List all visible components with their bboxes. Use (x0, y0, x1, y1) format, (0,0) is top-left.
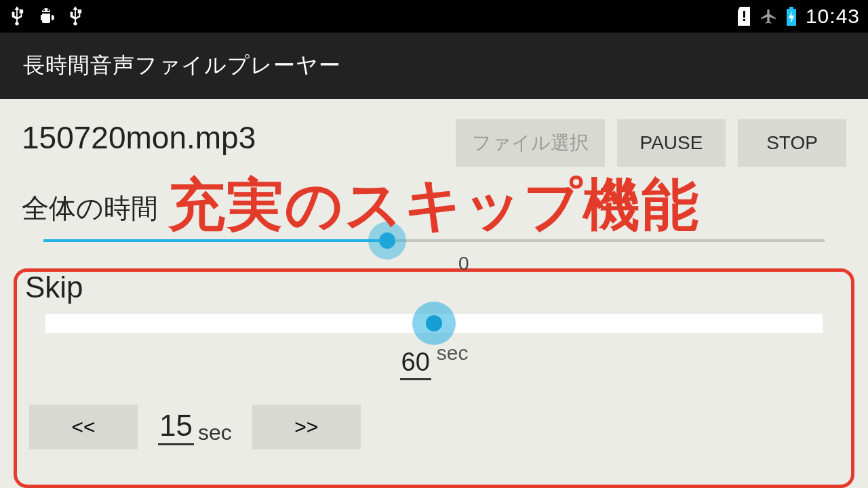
skip-step-unit: sec (437, 342, 469, 365)
svg-rect-2 (743, 11, 745, 18)
stop-button[interactable]: STOP (738, 119, 846, 167)
skip-forward-button[interactable]: >> (252, 405, 361, 449)
skip-section-highlight: Skip 0 60 sec << 15 sec >> (14, 268, 854, 488)
quick-skip-input[interactable]: 15 (158, 409, 194, 445)
skip-slider[interactable] (45, 314, 823, 333)
skip-label: Skip (25, 270, 83, 304)
svg-rect-3 (743, 19, 745, 21)
svg-rect-5 (789, 7, 793, 9)
skip-step-input[interactable]: 60 (400, 348, 431, 380)
svg-point-1 (47, 9, 49, 11)
choose-file-button[interactable]: ファイル選択 (456, 119, 605, 167)
skip-slider-value: 0 (83, 253, 844, 274)
current-file-name: 150720mon.mp3 (22, 119, 256, 156)
usb-icon (68, 6, 83, 26)
usb-icon (9, 6, 24, 26)
battery-charging-icon (785, 7, 797, 26)
sd-card-alert-icon (736, 7, 751, 26)
status-clock: 10:43 (806, 5, 860, 28)
total-time-label: 全体の時間 (22, 190, 846, 227)
android-status-bar: 10:43 (0, 0, 868, 33)
quick-skip-unit: sec (198, 420, 232, 445)
pause-button[interactable]: PAUSE (617, 119, 726, 167)
airplane-mode-icon (760, 7, 777, 25)
app-title: 長時間音声ファイルプレーヤー (23, 51, 341, 81)
skip-back-button[interactable]: << (29, 405, 138, 449)
timeline-slider[interactable] (43, 239, 825, 242)
main-content: 150720mon.mp3 ファイル選択 PAUSE STOP 全体の時間 充実… (0, 99, 868, 488)
app-action-bar: 長時間音声ファイルプレーヤー (0, 33, 868, 99)
adb-icon (38, 7, 54, 26)
svg-point-0 (43, 9, 45, 11)
